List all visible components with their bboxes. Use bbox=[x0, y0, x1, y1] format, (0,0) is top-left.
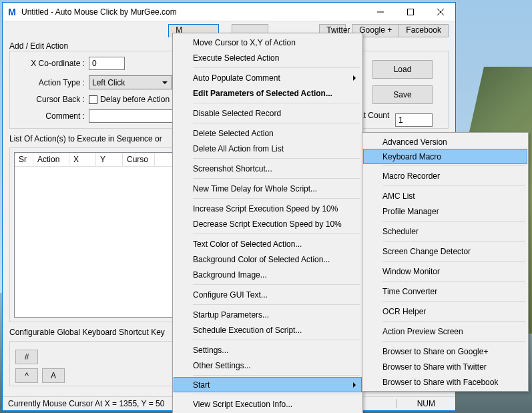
menu-item-label: Screenshot Shortcut... bbox=[193, 164, 272, 173]
close-button[interactable] bbox=[425, 3, 455, 21]
main-menu-item[interactable]: Move Cursor to X,Y of Action bbox=[174, 35, 361, 50]
repeat-count-input[interactable] bbox=[395, 113, 433, 127]
caret-button[interactable]: ^ bbox=[15, 368, 38, 383]
col-curso[interactable]: Curso bbox=[123, 153, 155, 166]
app-icon: M bbox=[7, 7, 17, 17]
main-menu-item[interactable]: Text Color of Selected Action... bbox=[174, 236, 361, 252]
action-type-value: Left Click bbox=[92, 78, 125, 87]
main-menu-separator bbox=[193, 103, 360, 103]
start-menu-item[interactable]: Keyboard Macro bbox=[363, 149, 527, 164]
menu-item-label: Auto Populate Comment bbox=[193, 73, 280, 83]
main-menu-item[interactable]: Decrease Script Execution Speed by 10% bbox=[174, 216, 361, 232]
menu-item-label: Browser to Share on Google+ bbox=[382, 347, 488, 356]
main-menu-separator bbox=[193, 304, 360, 305]
chevron-right-icon bbox=[353, 75, 356, 81]
main-menu-item[interactable]: Other Settings... bbox=[174, 358, 361, 373]
main-menu-item[interactable]: Background Color of Selected Action... bbox=[174, 252, 361, 267]
main-menu-item[interactable]: Auto Populate Comment bbox=[174, 70, 361, 85]
context-menu-start[interactable]: Advanced VersionKeyboard MacroMacro Reco… bbox=[362, 132, 529, 392]
start-menu-separator bbox=[382, 281, 525, 282]
repeat-count-label: at Count : bbox=[359, 111, 392, 129]
cursor-back-label: Cursor Back : bbox=[15, 95, 89, 104]
add-edit-action-label: Add / Edit Action bbox=[9, 41, 68, 51]
main-menu-item[interactable]: Settings... bbox=[174, 342, 361, 358]
status-num: NUM bbox=[396, 399, 455, 408]
xcoord-label: X Co-ordinate : bbox=[15, 59, 89, 68]
start-menu-item[interactable]: Profile Manager bbox=[364, 203, 527, 219]
menu-item-label: Action Preview Screen bbox=[382, 327, 463, 336]
col-x[interactable]: X bbox=[69, 153, 96, 166]
menu-item-label: Advanced Version bbox=[382, 137, 447, 147]
menu-item-label: Screen Change Detector bbox=[382, 247, 471, 256]
start-menu-separator bbox=[382, 341, 525, 342]
tab-facebook[interactable]: Facebook bbox=[398, 24, 449, 37]
main-menu-separator bbox=[193, 198, 360, 199]
menu-item-label: Keyboard Macro bbox=[382, 152, 441, 161]
start-menu-separator bbox=[382, 301, 525, 302]
main-menu-item[interactable]: Increase Script Execution Speed by 10% bbox=[174, 201, 361, 216]
col-sr[interactable]: Sr bbox=[15, 153, 33, 166]
menu-item-label: OCR Helper bbox=[382, 307, 426, 316]
main-menu-item[interactable]: Configure GUI Text... bbox=[174, 287, 361, 302]
save-button[interactable]: Save bbox=[372, 85, 433, 104]
menu-item-label: Delete Selected Action bbox=[193, 129, 274, 138]
main-menu-item[interactable]: Delete All Action from List bbox=[174, 141, 361, 156]
start-menu-separator bbox=[382, 321, 525, 322]
main-menu-separator bbox=[193, 158, 360, 159]
start-menu-item[interactable]: Scheduler bbox=[364, 224, 527, 239]
start-menu-separator bbox=[382, 261, 525, 262]
menu-item-label: Background Image... bbox=[193, 270, 267, 280]
start-menu-item[interactable]: OCR Helper bbox=[364, 304, 527, 319]
main-menu-item[interactable]: Edit Parameters of Selected Action... bbox=[174, 85, 361, 101]
window-title: Untitled - Auto Mouse Click by MurGee.co… bbox=[21, 7, 365, 17]
menu-item-label: Macro Recorder bbox=[382, 171, 440, 181]
main-menu-separator bbox=[193, 375, 360, 376]
chevron-right-icon bbox=[353, 382, 356, 388]
main-menu-item[interactable]: Screenshot Shortcut... bbox=[174, 161, 361, 176]
a-button[interactable]: A bbox=[42, 368, 65, 383]
start-menu-item[interactable]: Browser to Share with Twitter bbox=[364, 359, 527, 374]
main-menu-item[interactable]: Disable Selected Record bbox=[174, 105, 361, 121]
main-menu-item[interactable]: Delete Selected Action bbox=[174, 125, 361, 141]
menu-item-label: Text Color of Selected Action... bbox=[193, 240, 302, 249]
load-button[interactable]: Load bbox=[372, 60, 433, 79]
svg-rect-1 bbox=[407, 9, 413, 15]
start-menu-item[interactable]: Time Converter bbox=[364, 284, 527, 299]
main-menu-item[interactable]: Background Image... bbox=[174, 267, 361, 282]
minimize-button[interactable] bbox=[365, 3, 395, 21]
menu-item-label: Settings... bbox=[193, 346, 228, 355]
start-menu-item[interactable]: Macro Recorder bbox=[364, 168, 527, 183]
xcoord-input[interactable] bbox=[89, 57, 125, 70]
main-menu-item[interactable]: View Script Execution Info... bbox=[174, 396, 361, 412]
start-menu-item[interactable]: Action Preview Screen bbox=[364, 324, 527, 339]
titlebar[interactable]: M Untitled - Auto Mouse Click by MurGee.… bbox=[3, 3, 455, 21]
col-y[interactable]: Y bbox=[96, 153, 123, 166]
context-menu-main[interactable]: Move Cursor to X,Y of ActionExecute Sele… bbox=[172, 33, 363, 413]
main-menu-item[interactable]: Execute Selected Action bbox=[174, 50, 361, 65]
menu-item-label: Profile Manager bbox=[382, 207, 439, 216]
start-menu-item[interactable]: Advanced Version bbox=[364, 134, 527, 149]
main-menu-item[interactable]: New Time Delay for Whole Script... bbox=[174, 181, 361, 196]
col-action[interactable]: Action bbox=[33, 153, 69, 166]
start-menu-item[interactable]: Browser to Share with Facebook bbox=[364, 374, 527, 390]
start-menu-separator bbox=[382, 241, 525, 242]
main-menu-item[interactable]: Startup Parameters... bbox=[174, 307, 361, 322]
start-menu-item[interactable]: Screen Change Detector bbox=[364, 244, 527, 259]
menu-item-label: Disable Selected Record bbox=[193, 109, 281, 118]
menu-item-label: Start bbox=[193, 380, 210, 390]
cursor-back-checkbox[interactable] bbox=[89, 95, 97, 104]
start-menu-item[interactable]: AMC List bbox=[364, 188, 527, 203]
menu-item-label: New Time Delay for Whole Script... bbox=[193, 184, 317, 193]
maximize-button[interactable] bbox=[395, 3, 425, 21]
menu-item-label: Execute Selected Action bbox=[193, 53, 279, 63]
menu-item-label: Move Cursor to X,Y of Action bbox=[193, 38, 296, 47]
start-menu-item[interactable]: Browser to Share on Google+ bbox=[364, 344, 527, 359]
action-type-label: Action Type : bbox=[15, 78, 89, 87]
main-menu-item[interactable]: Schedule Execution of Script... bbox=[174, 322, 361, 338]
action-type-combo[interactable]: Left Click bbox=[89, 75, 172, 89]
start-menu-separator bbox=[382, 221, 525, 222]
main-menu-item[interactable]: Start bbox=[174, 377, 362, 392]
menu-item-label: Increase Script Execution Speed by 10% bbox=[193, 204, 338, 214]
start-menu-item[interactable]: Window Monitor bbox=[364, 264, 527, 279]
hash-button[interactable]: # bbox=[15, 350, 38, 364]
